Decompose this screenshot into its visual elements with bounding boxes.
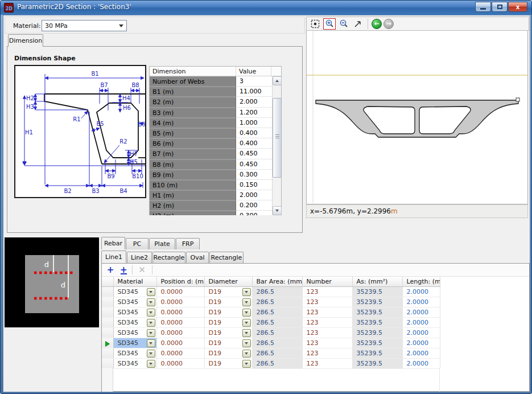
cell-number[interactable]: 123 [302,307,352,317]
subtab-line1[interactable]: Line1 [101,251,126,263]
cell-diameter[interactable]: D19 [204,327,252,338]
dimension-table-scrollbar[interactable] [272,76,281,215]
cell-diameter[interactable]: D19 [204,286,252,297]
cell-dropdown-button[interactable] [147,309,155,317]
dimension-row[interactable]: B3 (m)1.200 [150,108,272,118]
cell-dropdown-button[interactable] [147,339,155,347]
zoom-extents-button[interactable] [309,18,321,30]
dimension-row[interactable]: B10 (m)0.150 [150,180,272,190]
cell-position[interactable]: 0.0000 [156,338,204,348]
cell-position[interactable]: 0.0000 [156,307,204,317]
cell-diameter[interactable]: D19 [204,307,252,317]
cell-diameter[interactable]: D19 [204,297,252,307]
cell-dropdown-button[interactable] [242,350,251,358]
dimension-value-cell[interactable]: 0.400 [236,138,272,149]
cell-diameter[interactable]: D19 [204,358,252,368]
dimension-value-cell[interactable]: 0.300 [236,211,272,215]
scroll-down-button[interactable] [273,206,282,215]
col-position[interactable]: Position d: (m) [156,277,204,286]
cell-material[interactable]: SD345 [113,348,156,358]
subtab-rectangle2[interactable]: Rectangle [209,252,244,263]
cell-dropdown-button[interactable] [147,360,155,368]
dimension-row[interactable]: H1 (m)2.000 [150,190,272,200]
cell-material[interactable]: SD345 [113,297,156,307]
table-row[interactable]: SD3450.0000D19286.512335239.52.0000 [102,338,440,348]
cell-number[interactable]: 123 [302,358,352,368]
dimension-value-cell[interactable]: 1.200 [236,108,272,118]
cell-dropdown-button[interactable] [242,360,251,368]
subtab-rectangle[interactable]: Rectangle [152,252,185,263]
col-diameter[interactable]: Diameter [204,277,252,286]
cell-number[interactable]: 123 [302,348,352,358]
cell-dropdown-button[interactable] [147,298,155,306]
view-forward-button[interactable]: → [383,19,394,29]
col-number[interactable]: Number [302,277,352,286]
value-col-header[interactable]: Value [236,67,271,76]
cell-number[interactable]: 123 [302,327,352,338]
cell-number[interactable]: 123 [302,297,352,307]
table-row[interactable]: SD3450.0000D19286.512335239.52.0000 [102,358,440,368]
tab-frp[interactable]: FRP [176,238,200,249]
table-row[interactable]: SD3450.0000D19286.512335239.52.0000 [102,317,440,327]
cell-dropdown-button[interactable] [147,319,155,327]
dimension-value-cell[interactable]: 3 [236,76,272,87]
dimension-row[interactable]: Number of Webs3 [150,76,272,87]
vertex-grip[interactable] [516,98,519,101]
zoom-out-button[interactable] [337,18,350,30]
scrollbar-thumb[interactable] [273,98,282,178]
cell-material[interactable]: SD345 [113,338,156,348]
tab-plate[interactable]: Plate [149,238,175,249]
dimension-row[interactable]: B4 (m)1.000 [150,118,272,128]
close-button[interactable]: x [508,2,527,12]
dimension-row[interactable]: B1 (m)11.000 [150,87,272,97]
view-back-button[interactable]: ← [372,19,382,29]
tab-dimension[interactable]: Dimension [8,34,43,47]
section-canvas[interactable] [306,31,528,204]
cell-number[interactable]: 123 [302,317,352,327]
cell-number[interactable]: 123 [302,338,352,348]
table-row[interactable]: SD3450.0000D19286.512335239.52.0000 [102,327,440,338]
subtab-line2[interactable]: Line2 [127,252,152,263]
dimension-row[interactable]: B5 (m)0.400 [150,128,272,138]
col-bar-area[interactable]: Bar Area: (mm²) [252,277,302,286]
cell-dropdown-button[interactable] [147,329,155,337]
delete-row-button[interactable]: ✕ [137,265,147,275]
dimension-value-cell[interactable]: 0.400 [236,128,272,138]
table-row[interactable]: SD3450.0000D19286.512335239.52.0000 [102,297,440,307]
dimension-value-cell[interactable]: 0.300 [236,170,272,180]
cell-position[interactable]: 0.0000 [156,286,204,297]
cell-position[interactable]: 0.0000 [156,327,204,338]
cell-position[interactable]: 0.0000 [156,348,204,358]
cell-diameter[interactable]: D19 [204,317,252,327]
cell-material[interactable]: SD345 [113,358,156,368]
zoom-window-button[interactable] [323,18,336,30]
pan-zoom-button[interactable] [352,18,364,30]
row-selector[interactable] [102,307,113,317]
dimension-row[interactable]: B6 (m)0.400 [150,138,272,149]
row-selector[interactable] [102,348,113,358]
col-as[interactable]: As: (mm²) [352,277,402,286]
cell-position[interactable]: 0.0000 [156,297,204,307]
cell-material[interactable]: SD345 [113,327,156,338]
minimize-button[interactable] [475,2,491,12]
tab-rebar[interactable]: Rebar [101,237,125,249]
row-selector[interactable] [102,338,113,348]
cell-dropdown-button[interactable] [147,288,155,296]
dimension-value-cell[interactable]: 0.450 [236,149,272,159]
cell-dropdown-button[interactable] [242,298,251,306]
cell-dropdown-button[interactable] [242,288,251,296]
cell-material[interactable]: SD345 [113,286,156,297]
add-row-button[interactable]: + [105,265,116,275]
cell-dropdown-button[interactable] [147,350,155,358]
cell-diameter[interactable]: D19 [204,348,252,358]
material-combobox[interactable]: 30 MPa [42,20,127,31]
dimension-value-cell[interactable]: 0.150 [236,180,272,190]
row-selector[interactable] [102,358,113,368]
table-row[interactable]: SD3450.0000D19286.512335239.52.0000 [102,348,440,358]
tab-pc[interactable]: PC [126,238,149,249]
cell-dropdown-button[interactable] [242,319,251,327]
cell-material[interactable]: SD345 [113,317,156,327]
cell-diameter[interactable]: D19 [204,338,252,348]
scroll-up-button[interactable] [273,76,282,85]
dimension-value-cell[interactable]: 2.000 [236,190,272,200]
